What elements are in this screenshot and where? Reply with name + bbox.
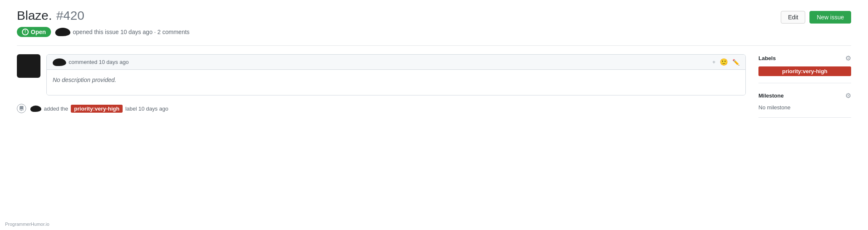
- milestone-value: No milestone: [758, 104, 790, 111]
- comment-body-text: No description provided.: [53, 77, 116, 83]
- edit-button[interactable]: Edit: [781, 11, 805, 24]
- milestone-heading: Milestone: [758, 93, 784, 99]
- new-issue-button[interactable]: New issue: [809, 11, 851, 24]
- comment-body: No description provided.: [47, 70, 745, 95]
- activity-before: added the: [44, 106, 68, 112]
- comment-header-left: commented 10 days ago: [53, 58, 129, 66]
- divider: [17, 45, 851, 46]
- add-reaction-icon[interactable]: +: [712, 59, 715, 65]
- status-row: Open opened this issue 10 days ago · 2 c…: [17, 27, 851, 37]
- header-row: Blaze. #420 Edit New issue: [17, 8, 851, 24]
- activity-avatar: [30, 106, 41, 112]
- comment-author-avatar: [53, 58, 66, 66]
- status-meta: opened this issue 10 days ago · 2 commen…: [55, 28, 190, 36]
- activity-after: label 10 days ago: [125, 106, 168, 112]
- timeline: commented 10 days ago + 🙂 ✏️ No descript…: [17, 54, 746, 126]
- labels-gear-icon[interactable]: ⚙: [845, 54, 851, 62]
- priority-label-badge[interactable]: priority:very-high: [758, 66, 851, 76]
- comment-meta: commented 10 days ago: [69, 59, 129, 65]
- status-meta-text: opened this issue 10 days ago · 2 commen…: [73, 29, 190, 35]
- priority-badge-inline: priority:very-high: [71, 105, 123, 113]
- comment-block: commented 10 days ago + 🙂 ✏️ No descript…: [17, 54, 746, 95]
- comment-header-actions: + 🙂 ✏️: [712, 58, 739, 66]
- comment-box: commented 10 days ago + 🙂 ✏️ No descript…: [46, 54, 746, 95]
- activity-row: added the priority:very-high label 10 da…: [17, 102, 746, 115]
- user-avatar-large: [17, 54, 40, 78]
- labels-section-header: Labels ⚙: [758, 54, 851, 62]
- issue-number: #420: [56, 8, 84, 23]
- issue-title-area: Blaze. #420: [17, 8, 84, 23]
- open-badge: Open: [17, 27, 51, 37]
- edit-comment-icon[interactable]: ✏️: [732, 59, 739, 66]
- header-buttons: Edit New issue: [781, 8, 851, 24]
- milestone-section: Milestone ⚙ No milestone: [758, 92, 851, 118]
- emoji-icon[interactable]: 🙂: [720, 58, 728, 66]
- footer-brand: ProgrammerHumor.io: [5, 222, 49, 227]
- milestone-section-header: Milestone ⚙: [758, 92, 851, 100]
- issue-title: Blaze.: [17, 8, 52, 23]
- open-label: Open: [31, 29, 46, 35]
- footer-text: ProgrammerHumor.io: [5, 222, 49, 227]
- comment-header: commented 10 days ago + 🙂 ✏️: [47, 55, 745, 70]
- author-avatar: [55, 28, 70, 36]
- main-content: commented 10 days ago + 🙂 ✏️ No descript…: [17, 54, 851, 126]
- open-icon: [22, 29, 29, 35]
- tag-icon: [17, 104, 26, 113]
- activity-text: added the priority:very-high label 10 da…: [30, 105, 168, 113]
- milestone-gear-icon[interactable]: ⚙: [845, 92, 851, 100]
- labels-heading: Labels: [758, 55, 776, 61]
- sidebar: Labels ⚙ priority:very-high Milestone ⚙ …: [758, 54, 851, 126]
- labels-section: Labels ⚙ priority:very-high: [758, 54, 851, 83]
